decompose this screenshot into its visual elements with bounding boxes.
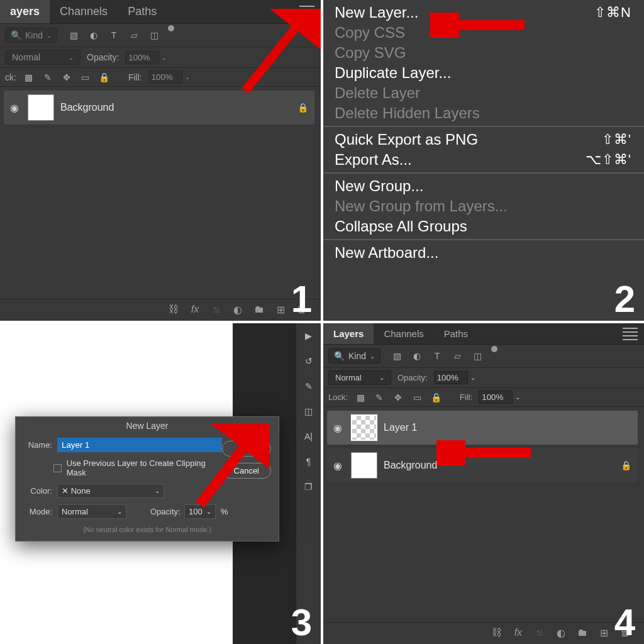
fill-field[interactable] <box>148 70 182 84</box>
image-filter-icon[interactable]: ▧ <box>391 350 403 362</box>
visibility-eye-icon[interactable]: ◉ <box>333 460 345 472</box>
name-label: Name: <box>23 440 52 450</box>
menu-new-group[interactable]: New Group... <box>323 176 644 196</box>
lock-brush-icon[interactable]: ✎ <box>373 391 386 404</box>
layer-thumbnail[interactable] <box>351 452 377 479</box>
tab-channels[interactable]: Channels <box>374 323 433 344</box>
mode-label: Mode: <box>23 507 52 516</box>
menu-new-layer[interactable]: New Layer...⇧⌘N <box>323 3 644 23</box>
mask-icon[interactable]: ◾ <box>210 303 223 316</box>
opacity-field[interactable] <box>125 51 159 64</box>
blend-mode-select[interactable]: Normal⌄ <box>328 370 391 385</box>
lock-brush-icon[interactable]: ✎ <box>42 71 54 84</box>
link-layers-icon[interactable]: ⛓ <box>167 303 180 316</box>
layers-list: ◉ Layer 1 ◉ Background 🔒 <box>323 407 644 490</box>
layer-thumbnail[interactable] <box>351 414 377 441</box>
tab-paths[interactable]: Paths <box>118 0 167 23</box>
opacity-unit: % <box>221 507 228 516</box>
lock-label: ck: <box>5 72 16 82</box>
lock-label: Lock: <box>328 392 348 402</box>
link-layers-icon[interactable]: ⛓ <box>491 626 503 639</box>
layer-row-background[interactable]: ◉ Background 🔒 <box>4 91 314 125</box>
step-4-layers-result: Layers Channels Paths 🔍 Kind ⌄ ▧ ◐ T ▱ ◫… <box>323 323 644 644</box>
menu-export-as[interactable]: Export As...⌥⇧⌘' <box>323 150 644 170</box>
type-filter-icon[interactable]: T <box>108 29 120 42</box>
tab-layers[interactable]: Layers <box>323 323 374 344</box>
history-icon[interactable]: ↺ <box>303 355 315 367</box>
menu-collapse-groups[interactable]: Collapse All Groups <box>323 216 644 236</box>
adjust-filter-icon[interactable]: ◐ <box>87 29 100 42</box>
filter-toggle-icon[interactable] <box>491 346 497 352</box>
panel-tabs: Layers Channels Paths <box>323 323 644 345</box>
fx-icon[interactable]: fx <box>189 303 201 316</box>
smart-filter-icon[interactable]: ◫ <box>471 350 484 362</box>
lock-all-icon[interactable]: 🔒 <box>98 71 111 84</box>
char-icon[interactable]: A| <box>303 430 315 443</box>
lock-position-icon[interactable]: ✥ <box>392 391 404 404</box>
panel-menu-button[interactable] <box>623 326 638 341</box>
menu-duplicate-layer[interactable]: Duplicate Layer... <box>323 63 644 83</box>
layer-name-label: Layer 1 <box>384 422 631 433</box>
new-layer-icon[interactable]: ⊞ <box>274 303 287 316</box>
group-icon[interactable]: 🖿 <box>253 303 265 316</box>
fill-field[interactable] <box>479 391 513 404</box>
dialog-title: New Layer <box>16 417 279 435</box>
kind-filter[interactable]: 🔍 Kind ⌄ <box>328 348 380 364</box>
panel-tabs: ayers Channels Paths <box>0 0 321 24</box>
group-icon[interactable]: 🖿 <box>576 626 589 639</box>
layer-name-input[interactable] <box>57 438 222 452</box>
fill-label: Fill: <box>460 392 472 402</box>
play-icon[interactable]: ▶ <box>303 330 315 342</box>
lock-position-icon[interactable]: ✥ <box>60 71 73 84</box>
cancel-button[interactable]: Cancel <box>222 463 271 479</box>
lock-pixels-icon[interactable]: ▩ <box>23 71 35 84</box>
filter-toggle-icon[interactable] <box>168 25 174 31</box>
swatch-icon[interactable]: ◫ <box>303 405 315 418</box>
step-3-new-layer-dialog: ▶ ↺ ✎ ◫ A| ¶ ❐ New Layer Name: Use Previ… <box>0 323 321 644</box>
menu-quick-export[interactable]: Quick Export as PNG⇧⌘' <box>323 130 644 150</box>
lock-artboard-icon[interactable]: ▭ <box>79 71 92 84</box>
visibility-eye-icon[interactable]: ◉ <box>333 422 345 434</box>
kind-filter[interactable]: 🔍 Kind ⌄ <box>5 28 57 43</box>
smart-filter-icon[interactable]: ◫ <box>148 29 160 42</box>
tab-layers[interactable]: ayers <box>0 0 50 23</box>
adjustment-layer-icon[interactable]: ◐ <box>231 303 244 316</box>
lock-row: Lock: ▩ ✎ ✥ ▭ 🔒 Fill: ⌄ <box>323 388 644 407</box>
tab-channels[interactable]: Channels <box>50 0 118 23</box>
lock-artboard-icon[interactable]: ▭ <box>411 391 423 404</box>
opacity-field[interactable] <box>434 371 468 384</box>
lock-pixels-icon[interactable]: ▩ <box>354 391 367 404</box>
visibility-eye-icon[interactable]: ◉ <box>10 102 21 114</box>
lock-all-icon[interactable]: 🔒 <box>430 391 442 404</box>
image-filter-icon[interactable]: ▧ <box>67 29 80 42</box>
layers-icon[interactable]: ❐ <box>303 480 315 493</box>
ok-button[interactable]: OK <box>222 441 271 457</box>
menu-copy-css: Copy CSS <box>323 23 644 43</box>
tab-paths[interactable]: Paths <box>434 323 478 344</box>
para-icon[interactable]: ¶ <box>303 455 315 468</box>
new-layer-icon[interactable]: ⊞ <box>597 626 610 639</box>
shape-filter-icon[interactable]: ▱ <box>128 29 140 42</box>
mask-icon[interactable]: ◾ <box>533 626 546 639</box>
panel-menu-button[interactable] <box>299 4 314 19</box>
brush-icon[interactable]: ✎ <box>303 380 315 392</box>
menu-delete-hidden: Delete Hidden Layers <box>323 103 644 123</box>
layer-row-background[interactable]: ◉ Background 🔒 <box>327 448 638 482</box>
layer-thumbnail[interactable] <box>28 94 54 121</box>
type-filter-icon[interactable]: T <box>431 350 443 362</box>
opacity-label: Opacity: <box>87 52 119 62</box>
adjustment-layer-icon[interactable]: ◐ <box>555 626 567 639</box>
layer-row-layer1[interactable]: ◉ Layer 1 <box>327 411 638 445</box>
menu-copy-svg: Copy SVG <box>323 43 644 63</box>
color-select[interactable]: ✕ None⌄ <box>57 484 164 498</box>
adjust-filter-icon[interactable]: ◐ <box>411 350 423 362</box>
mode-select[interactable]: Normal⌄ <box>57 504 126 519</box>
menu-new-artboard[interactable]: New Artboard... <box>323 243 644 263</box>
blend-mode-select[interactable]: Normal⌄ <box>5 50 80 65</box>
step-2-context-menu: New Layer...⇧⌘N Copy CSS Copy SVG Duplic… <box>323 0 644 321</box>
shape-filter-icon[interactable]: ▱ <box>451 350 464 362</box>
opacity-input[interactable]: 100⌄ <box>184 504 216 519</box>
clipping-mask-label: Use Previous Layer to Create Clipping Ma… <box>67 458 222 477</box>
fx-icon[interactable]: fx <box>512 626 525 639</box>
clipping-mask-checkbox[interactable] <box>53 464 62 472</box>
